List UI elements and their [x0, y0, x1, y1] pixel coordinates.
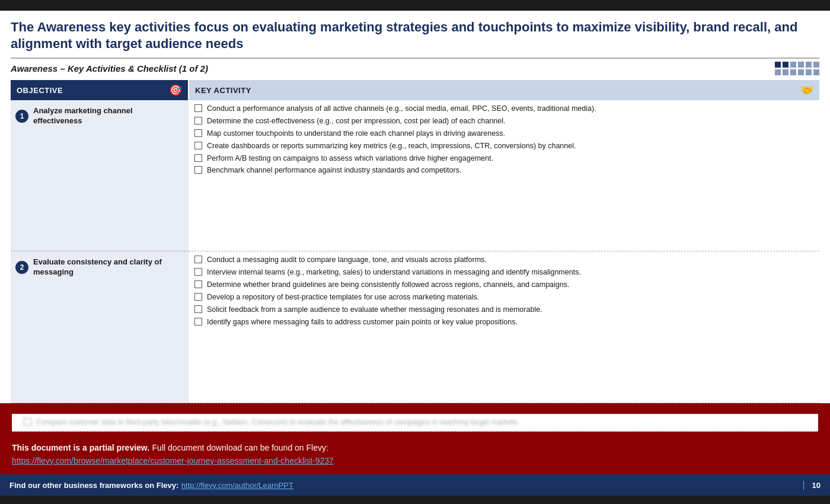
activity-cell-1: Conduct a performance analysis of all ac… — [189, 100, 819, 251]
footer-page-number: 10 — [803, 481, 821, 490]
checklist-text: Develop a repository of best-practice te… — [207, 292, 479, 302]
checklist-item: Conduct a messaging audit to compare lan… — [194, 255, 813, 265]
objective-cell-2: 2 Evaluate consistency and clarity of me… — [11, 251, 189, 403]
activity-cell-2: Conduct a messaging audit to compare lan… — [189, 251, 819, 403]
checklist-text: Determine whether brand guidelines are b… — [207, 280, 569, 290]
dot-7 — [775, 69, 781, 75]
preview-bold-text: This document is a partial preview. — [12, 443, 149, 452]
checkbox-icon — [194, 129, 202, 137]
checklist-text: Solicit feedback from a sample audience … — [207, 305, 542, 315]
checklist-item: Identify gaps where messaging fails to a… — [194, 317, 813, 327]
checklist-text: Perform A/B testing on campaigns to asse… — [207, 154, 493, 164]
dot-12 — [813, 69, 819, 75]
dot-6 — [813, 62, 819, 68]
th-key-activity: KEY ACTIVITY 🤝 — [189, 80, 819, 100]
main-title: The Awareness key activities focus on ev… — [11, 17, 819, 52]
blurred-checkbox — [24, 418, 31, 426]
checkbox-icon — [194, 280, 202, 288]
target-icon: 🎯 — [169, 84, 183, 97]
checklist-text: Determine the cost-effectiveness (e.g., … — [207, 116, 506, 126]
dot-11 — [806, 69, 812, 75]
objective-title-2: Evaluate consistency and clarity of mess… — [33, 257, 183, 277]
checklist-item: Create dashboards or reports summarizing… — [194, 141, 813, 151]
subtitle-bar: Awareness – Key Activities & Checklist (… — [11, 58, 819, 75]
main-container: The Awareness key activities focus on ev… — [0, 0, 830, 504]
footer-link[interactable]: http://flevy.com/author/LearnPPT — [181, 481, 293, 490]
table-row: 1 Analyze marketing channel effectivenes… — [11, 100, 819, 251]
key-activity-header-label: KEY ACTIVITY — [195, 86, 251, 95]
checklist-item: Interview internal teams (e.g., marketin… — [194, 267, 813, 277]
bottom-bar — [0, 496, 830, 504]
checklist-item: Map customer touchpoints to understand t… — [194, 129, 813, 139]
dots-grid — [775, 62, 819, 75]
checkbox-icon — [194, 305, 202, 313]
checklist-text: Benchmark channel performance against in… — [207, 165, 461, 176]
checkbox-icon — [194, 117, 202, 125]
checklist-text: Map customer touchpoints to understand t… — [207, 129, 505, 139]
dot-1 — [775, 62, 781, 68]
top-bar — [0, 0, 830, 11]
checklist-text: Create dashboards or reports summarizing… — [207, 141, 576, 151]
dot-4 — [798, 62, 804, 68]
checklist-item: Develop a repository of best-practice te… — [194, 292, 813, 302]
hand-icon: 🤝 — [800, 84, 814, 97]
checkbox-icon — [194, 142, 202, 149]
checkbox-icon — [194, 154, 202, 162]
checkbox-icon — [194, 166, 202, 174]
checklist-item: Benchmark channel performance against in… — [194, 165, 813, 176]
dot-3 — [790, 62, 796, 68]
checklist-item: Determine the cost-effectiveness (e.g., … — [194, 116, 813, 126]
checkbox-icon — [194, 293, 202, 301]
th-objective: OBJECTIVE 🎯 — [11, 80, 189, 100]
dot-8 — [783, 69, 788, 75]
footer-bar: Find our other business frameworks on Fl… — [0, 474, 830, 496]
checkbox-icon — [194, 268, 202, 276]
checklist-item: Solicit feedback from a sample audience … — [194, 305, 813, 315]
checklist-item: Conduct a performance analysis of all ac… — [194, 104, 813, 114]
footer-left: Find our other business frameworks on Fl… — [9, 480, 293, 490]
dot-10 — [798, 69, 804, 75]
footer-static-text: Find our other business frameworks on Fl… — [9, 481, 178, 490]
blurred-content-row: Compare customer data to third-party ben… — [12, 414, 818, 432]
blurred-row-text: Compare customer data to third-party ben… — [36, 417, 519, 428]
checkbox-icon — [194, 256, 202, 263]
subtitle-text: Awareness – Key Activities & Checklist (… — [11, 63, 208, 74]
objective-title-1: Analyze marketing channel effectiveness — [33, 106, 183, 126]
checklist-text: Conduct a performance analysis of all ac… — [207, 104, 596, 114]
objective-number-1: 1 — [15, 110, 28, 123]
checkbox-icon — [194, 104, 202, 112]
objective-header-label: OBJECTIVE — [17, 86, 63, 95]
table-header-row: OBJECTIVE 🎯 KEY ACTIVITY 🤝 — [11, 80, 819, 100]
checklist-text: Interview internal teams (e.g., marketin… — [207, 267, 581, 277]
checklist-item: Determine whether brand guidelines are b… — [194, 280, 813, 290]
checkbox-icon — [194, 318, 202, 326]
checklist-text: Identify gaps where messaging fails to a… — [207, 317, 518, 327]
dot-9 — [790, 69, 796, 75]
checklist-item: Perform A/B testing on campaigns to asse… — [194, 154, 813, 164]
objective-cell-1: 1 Analyze marketing channel effectivenes… — [11, 100, 189, 251]
table-row: 2 Evaluate consistency and clarity of me… — [11, 251, 819, 403]
dot-5 — [806, 62, 812, 68]
blurred-text: Compare customer data to third-party ben… — [24, 417, 812, 428]
dot-2 — [783, 62, 788, 68]
preview-overlay: Compare customer data to third-party ben… — [0, 403, 830, 474]
checklist-text: Conduct a messaging audit to compare lan… — [207, 255, 487, 265]
content-area: The Awareness key activities focus on ev… — [0, 11, 830, 403]
preview-link[interactable]: https://flevy.com/browse/marketplace/cus… — [12, 456, 334, 465]
preview-normal-text: Full document download can be found on F… — [152, 443, 328, 452]
objective-number-2: 2 — [15, 261, 28, 274]
main-table: OBJECTIVE 🎯 KEY ACTIVITY 🤝 1 An — [11, 80, 819, 403]
